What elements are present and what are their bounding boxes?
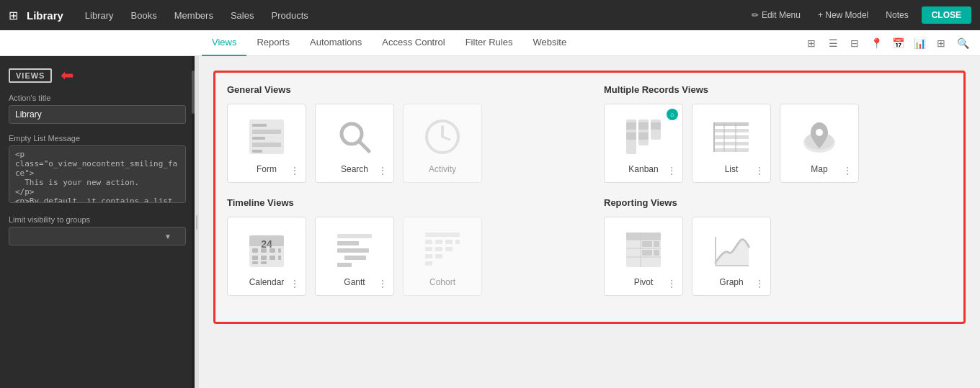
svg-line-7 [359,141,369,151]
sec-reports[interactable]: Reports [246,30,300,56]
limit-visibility-wrap: ▼ [9,227,186,245]
sidebar-scrollbar [192,56,195,388]
timeline-views-grid: 24 [227,217,575,296]
svg-rect-32 [435,240,442,244]
svg-rect-36 [435,247,442,251]
apps-icon[interactable]: ⊞ [9,9,18,22]
pivot-menu-icon[interactable]: ⋮ [667,278,677,289]
map-menu-icon[interactable]: ⋮ [842,165,852,176]
svg-rect-33 [445,240,453,244]
actions-title-field: Action's title [0,91,195,131]
svg-rect-5 [252,150,262,153]
nav-sales[interactable]: Sales [223,6,262,25]
sec-access-control[interactable]: Access Control [372,30,455,56]
views-container: General Views [213,71,966,324]
nav-books[interactable]: Books [124,6,164,25]
content-area: General Views [199,56,980,388]
calendar-menu-icon[interactable]: ⋮ [290,278,300,289]
nav-products[interactable]: Products [264,6,315,25]
svg-rect-62 [626,233,661,240]
general-views-col: General Views [227,84,575,310]
search-card[interactable]: Search ⋮ [315,104,394,183]
graph-menu-icon[interactable]: ⋮ [754,278,765,289]
sidebar-scroll-thumb[interactable] [192,71,195,114]
calendar-card[interactable]: 24 [227,217,306,296]
limit-visibility-field: Limit visibility to groups ▼ [0,212,195,253]
svg-rect-24 [261,261,267,264]
form-menu-icon[interactable]: ⋮ [290,165,300,176]
cohort-label: Cohort [429,277,455,287]
svg-rect-28 [344,256,366,260]
close-button[interactable]: CLOSE [922,6,971,24]
sec-filter-rules[interactable]: Filter Rules [455,30,523,56]
pencil-icon: ✏ [752,10,759,20]
search-view-icon[interactable]: 🔍 [953,33,973,53]
sec-automations[interactable]: Automations [300,30,372,56]
svg-rect-34 [455,240,460,244]
limit-visibility-label: Limit visibility to groups [9,215,186,224]
svg-rect-69 [642,250,652,256]
view-icons: ⊞ ☰ ⊟ 📍 📅 📊 ⊞ 🔍 [801,33,980,53]
calendar-icon: 24 [245,228,288,271]
new-model-button[interactable]: + New Model [811,6,876,24]
pivot-view-icon[interactable]: ⊞ [931,33,951,53]
svg-rect-52 [714,142,749,145]
limit-visibility-select[interactable] [9,227,186,245]
pivot-card[interactable]: Pivot ⋮ [604,217,683,296]
svg-rect-67 [642,241,652,247]
svg-rect-70 [654,250,659,256]
search-menu-icon[interactable]: ⋮ [378,165,388,176]
search-label: Search [341,164,368,174]
kanban-icon [622,115,665,158]
actions-title-input[interactable] [9,105,186,124]
kanban-view-icon[interactable]: ⊟ [845,33,865,53]
svg-rect-46 [651,122,661,130]
kanban-menu-icon[interactable]: ⋮ [667,165,677,176]
secondary-nav: Views Reports Automations Access Control… [0,30,980,56]
sec-website[interactable]: Website [522,30,576,56]
svg-rect-40 [425,261,432,266]
empty-list-textarea[interactable]: <p class="o_view_nocontent_smiling_face"… [9,145,186,203]
graph-card[interactable]: Graph ⋮ [692,217,771,296]
svg-rect-37 [445,247,453,251]
svg-rect-51 [714,135,749,139]
nav-members[interactable]: Members [167,6,220,25]
multiple-records-grid: ⌂ [604,104,952,183]
svg-rect-45 [638,122,649,130]
list-label: List [725,164,739,174]
svg-rect-44 [626,122,636,130]
calendar-label: Calendar [249,277,285,287]
list-menu-icon[interactable]: ⋮ [754,165,765,176]
gantt-menu-icon[interactable]: ⋮ [378,278,388,289]
sidebar: VIEWS ⬅ Action's title Empty List Messag… [0,56,195,388]
calendar-view-icon[interactable]: 📅 [888,33,908,53]
arrow-icon: ⬅ [61,66,74,85]
list-view-icon[interactable]: ☰ [823,33,843,53]
gantt-card[interactable]: Gantt ⋮ [315,217,394,296]
brand-label: Library [27,9,63,22]
edit-menu-button[interactable]: ✏ Edit Menu [744,6,808,24]
map-icon [798,115,841,158]
activity-card: Activity [403,104,482,183]
chart-view-icon[interactable]: 📊 [909,33,930,53]
list-card[interactable]: List ⋮ [692,104,771,183]
svg-rect-17 [270,248,275,253]
form-icon [245,115,288,158]
kanban-card[interactable]: ⌂ [604,104,683,183]
map-card[interactable]: Map ⋮ [780,104,859,183]
svg-rect-3 [252,137,265,140]
map-view-icon[interactable]: 📍 [866,33,886,53]
form-card[interactable]: Form ⋮ [227,104,306,183]
map-label: Map [811,164,827,174]
sec-views[interactable]: Views [202,30,246,56]
form-view-icon[interactable]: ⊞ [801,33,821,53]
pivot-icon [622,228,665,271]
svg-rect-31 [425,240,432,244]
nav-library[interactable]: Library [78,6,121,25]
kanban-label: Kanban [628,164,658,174]
activity-label: Activity [429,164,456,174]
svg-rect-27 [337,248,369,253]
empty-list-label: Empty List Message [9,134,186,143]
actions-title-label: Action's title [9,94,186,102]
notes-button[interactable]: Notes [878,6,915,24]
